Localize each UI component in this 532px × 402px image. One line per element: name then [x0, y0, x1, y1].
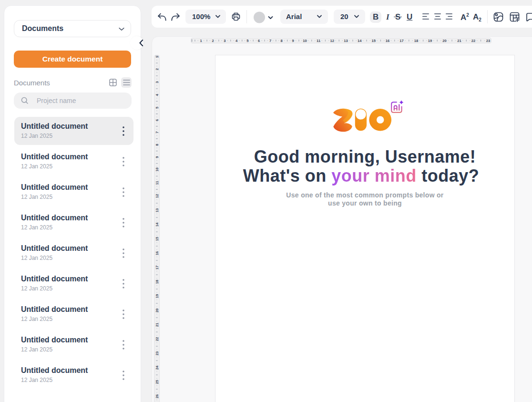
svg-text:8: 8 — [155, 144, 159, 146]
svg-text:19: 19 — [428, 39, 431, 43]
svg-text:11: 11 — [317, 39, 321, 43]
svg-text:18: 18 — [155, 280, 159, 284]
svg-text:15: 15 — [155, 237, 159, 241]
svg-text:21: 21 — [155, 322, 159, 327]
svg-text:6: 6 — [155, 119, 159, 121]
svg-text:9: 9 — [155, 156, 159, 158]
svg-text:23: 23 — [155, 351, 159, 355]
svg-text:7: 7 — [155, 132, 159, 134]
svg-text:26: 26 — [155, 394, 159, 398]
svg-text:3: 3 — [224, 39, 225, 43]
svg-text:7: 7 — [269, 39, 271, 43]
svg-text:22: 22 — [155, 337, 159, 341]
svg-text:9: 9 — [292, 39, 294, 43]
svg-text:15: 15 — [371, 39, 376, 43]
svg-text:25: 25 — [155, 380, 159, 384]
svg-text:11: 11 — [155, 181, 159, 185]
svg-text:17: 17 — [155, 266, 159, 269]
svg-text:13: 13 — [344, 39, 348, 43]
svg-text:20: 20 — [442, 39, 446, 43]
svg-text:6: 6 — [258, 39, 260, 43]
svg-text:12: 12 — [330, 39, 334, 43]
svg-text:16: 16 — [155, 251, 159, 255]
svg-text:10: 10 — [155, 167, 159, 171]
svg-text:16: 16 — [385, 39, 389, 43]
svg-text:10: 10 — [303, 39, 307, 43]
svg-text:8: 8 — [280, 39, 282, 43]
svg-text:17: 17 — [399, 39, 403, 43]
svg-text:22: 22 — [471, 39, 475, 43]
svg-text:20: 20 — [155, 309, 159, 312]
svg-text:24: 24 — [155, 365, 159, 370]
svg-text:18: 18 — [414, 39, 418, 43]
svg-text:13: 13 — [155, 208, 159, 212]
svg-text:14: 14 — [358, 39, 362, 43]
svg-text:19: 19 — [155, 294, 159, 298]
svg-text:2: 2 — [155, 68, 159, 70]
svg-text:3: 3 — [155, 81, 159, 83]
svg-text:2: 2 — [212, 39, 214, 43]
svg-text:12: 12 — [155, 194, 159, 198]
svg-text:21: 21 — [457, 39, 461, 43]
svg-text:23: 23 — [486, 39, 490, 43]
svg-text:14: 14 — [155, 222, 159, 227]
